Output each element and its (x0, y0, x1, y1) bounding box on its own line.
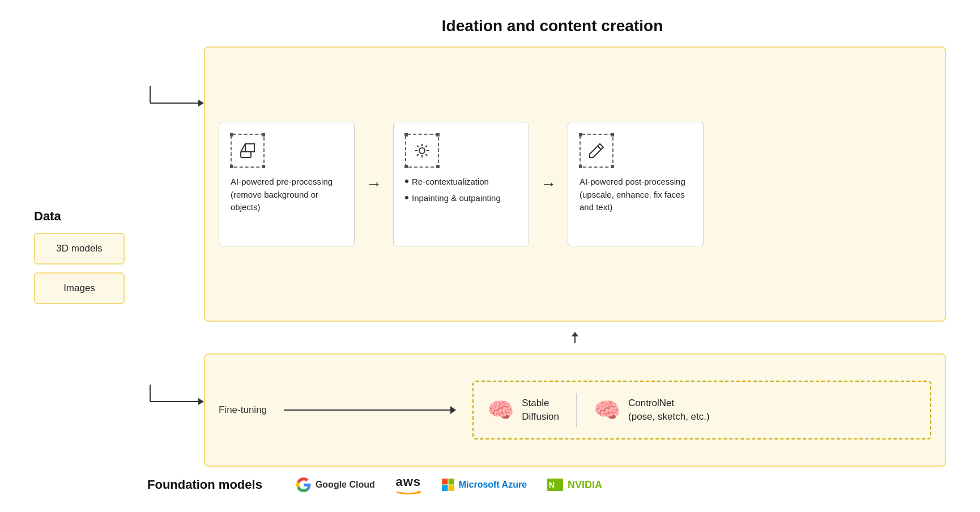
svg-line-8 (241, 144, 245, 152)
data-box-images: Images (34, 272, 125, 304)
preprocessing-box: AI-powered pre-processing (remove backgr… (219, 122, 355, 246)
right-diagram: AI-powered pre-processing (remove backgr… (204, 46, 946, 467)
controlnet-icon: 🧠 (594, 398, 620, 423)
connector-column (147, 46, 204, 467)
corner-tr (436, 133, 440, 136)
footer-row: Foundation models Google Cloud aws (34, 475, 946, 495)
aws-icon: aws (395, 475, 421, 495)
preprocessing-icon-box (231, 134, 265, 168)
fine-tuning-label: Fine-tuning (219, 404, 267, 416)
pencil-icon (587, 142, 606, 160)
data-box-3d-models: 3D models (34, 233, 125, 264)
stable-diffusion-card: 🧠 Stable Diffusion (487, 396, 559, 424)
main-container: Ideation and content creation Data 3D mo… (0, 0, 980, 512)
svg-marker-2 (198, 100, 204, 106)
up-arrow-container (204, 331, 946, 344)
svg-marker-5 (198, 398, 204, 405)
foundation-inner-box: 🧠 Stable Diffusion 🧠 ControlNet (pose, s… (472, 381, 931, 440)
svg-rect-16 (442, 485, 448, 491)
arrow-1-2: → (366, 175, 382, 193)
postproc-icon-box (580, 134, 613, 168)
corner-bl (404, 165, 408, 168)
svg-rect-6 (241, 152, 251, 157)
corner-br (262, 165, 265, 168)
controlnet-text: ControlNet (pose, sketch, etc.) (628, 396, 710, 424)
up-arrow-svg (568, 331, 582, 344)
corner-br (436, 165, 440, 168)
stable-diffusion-text: Stable Diffusion (522, 396, 559, 424)
data-boxes: 3D models Images (34, 233, 125, 304)
recontex-item-2: Inpainting & outpainting (405, 192, 501, 204)
aws-arrow-icon (395, 489, 421, 495)
recontex-list: Re-contextualization Inpainting & outpai… (405, 176, 501, 208)
corner-tl (404, 133, 408, 136)
recontextualization-box: Re-contextualization Inpainting & outpai… (393, 122, 529, 246)
postprocessing-text: AI-powered post-processing (upscale, enh… (580, 176, 692, 214)
bullet-2 (405, 196, 408, 199)
data-label: Data (34, 209, 61, 224)
stable-diffusion-icon: 🧠 (487, 398, 514, 423)
bottom-section: Fine-tuning 🧠 Stable Diffusion (204, 353, 946, 467)
microsoft-azure-icon (442, 479, 454, 491)
brand-logos: Google Cloud aws (296, 475, 602, 495)
arrow-head (450, 406, 456, 414)
azure-text: Microsoft Azure (459, 480, 527, 490)
svg-line-10 (598, 146, 601, 150)
bullet-1 (405, 180, 408, 183)
corner-bl (230, 165, 233, 168)
corner-bl (579, 165, 582, 168)
svg-marker-12 (572, 332, 578, 336)
content-area: Data 3D models Images (34, 46, 946, 467)
corner-tl (579, 133, 582, 136)
postprocessing-box: AI-powered post-processing (upscale, enh… (568, 122, 704, 246)
svg-text:N: N (549, 480, 555, 489)
aws-logo: aws (395, 475, 421, 495)
corner-tl (230, 133, 233, 136)
top-section: AI-powered pre-processing (remove backgr… (204, 46, 946, 322)
gear-icon (413, 142, 431, 160)
recontex-icon-box (405, 134, 439, 168)
controlnet-card: 🧠 ControlNet (pose, sketch, etc.) (594, 396, 710, 424)
corner-tr (611, 133, 614, 136)
nvidia-logo: N NVIDIA (547, 479, 602, 491)
page-title: Ideation and content creation (442, 17, 663, 35)
corner-br (611, 165, 614, 168)
svg-rect-14 (442, 479, 448, 484)
data-column: Data 3D models Images (34, 46, 147, 467)
google-cloud-icon (296, 477, 311, 492)
nvidia-text: NVIDIA (568, 479, 602, 491)
recontex-item-1: Re-contextualization (405, 176, 501, 187)
google-cloud-logo: Google Cloud (296, 477, 375, 492)
foundation-label: Foundation models (147, 477, 262, 492)
nvidia-icon: N (547, 479, 563, 491)
svg-marker-13 (418, 490, 421, 494)
fine-tuning-arrow (284, 409, 455, 411)
arrow-2-3: → (540, 175, 556, 193)
corner-tr (262, 133, 265, 136)
svg-marker-7 (245, 144, 254, 152)
microsoft-azure-logo: Microsoft Azure (442, 479, 527, 491)
model-divider (576, 393, 577, 427)
google-cloud-text: Google Cloud (316, 480, 375, 490)
aws-text: aws (395, 475, 421, 489)
svg-rect-17 (448, 485, 454, 491)
bottom-arrow-svg (147, 368, 204, 436)
eraser-icon (238, 142, 257, 160)
fine-tuning-group: Fine-tuning (219, 404, 267, 416)
svg-rect-15 (448, 479, 454, 484)
svg-point-9 (419, 148, 425, 153)
top-arrow-svg (147, 69, 204, 137)
preprocessing-text: AI-powered pre-processing (remove backgr… (231, 176, 343, 214)
